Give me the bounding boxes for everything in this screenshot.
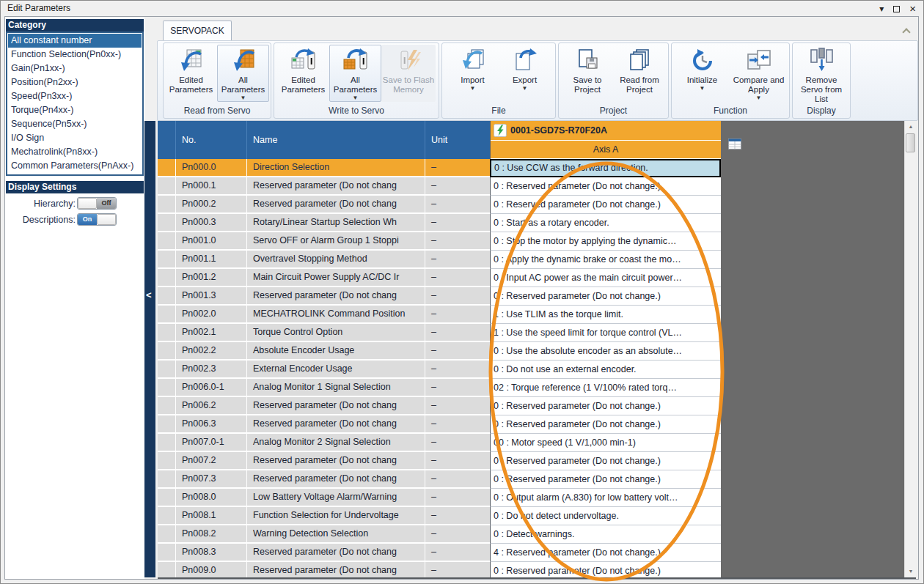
param-name-cell[interactable]: Main Circuit Power Supply AC/DC Ir xyxy=(247,269,425,287)
param-unit-cell[interactable]: – xyxy=(425,562,490,577)
hierarchy-toggle[interactable]: Off xyxy=(77,197,117,210)
param-no-cell[interactable]: Pn002.3 xyxy=(176,361,247,379)
param-value-cell[interactable]: 4 : Reserved parameter (Do not change.) xyxy=(490,544,721,562)
row-indicator-cell[interactable] xyxy=(158,324,176,342)
param-name-cell[interactable]: Overtravel Stopping Method xyxy=(247,251,425,269)
param-unit-cell[interactable]: – xyxy=(425,159,490,177)
category-item-common-parameters[interactable]: Common Parameters(PnAxx-) xyxy=(8,159,142,173)
param-value-cell[interactable]: 0 : Reserved parameter (Do not change.) xyxy=(490,470,721,489)
row-indicator-cell[interactable] xyxy=(158,379,176,397)
category-item-mechatrolink[interactable]: Mechatrolink(Pn8xx-) xyxy=(8,145,142,159)
param-name-cell[interactable]: MECHATROLINK Command Position xyxy=(247,306,425,324)
param-name-cell[interactable]: Reserved parameter (Do not chang xyxy=(247,397,425,415)
param-no-cell[interactable]: Pn000.3 xyxy=(176,214,247,232)
row-indicator-cell[interactable] xyxy=(158,470,176,489)
row-indicator-cell[interactable] xyxy=(158,196,176,214)
param-name-cell[interactable]: Reserved parameter (Do not chang xyxy=(247,452,425,470)
compare-and-apply-button[interactable]: Compare and Apply ▼ xyxy=(730,45,787,101)
param-name-cell[interactable]: Analog Monitor 2 Signal Selection xyxy=(247,434,425,452)
row-indicator-cell[interactable] xyxy=(158,562,176,577)
param-name-cell[interactable]: Reserved parameter (Do not chang xyxy=(247,196,425,214)
table-row[interactable]: Pn007.2 Reserved parameter (Do not chang… xyxy=(158,452,721,470)
param-no-cell[interactable]: Pn000.0 xyxy=(176,159,247,177)
param-value-cell[interactable]: 0 : Reserved parameter (Do not change.) xyxy=(490,397,721,415)
param-value-cell[interactable]: 02 : Torque reference (1 V/100% rated to… xyxy=(490,379,721,397)
table-row[interactable]: Pn001.2 Main Circuit Power Supply AC/DC … xyxy=(158,269,721,287)
param-value-cell[interactable]: 0 : Reserved parameter (Do not change.) xyxy=(490,287,721,306)
param-name-cell[interactable]: Reserved parameter (Do not chang xyxy=(247,544,425,562)
table-row[interactable]: Pn006.3 Reserved parameter (Do not chang… xyxy=(158,415,721,434)
table-row[interactable]: Pn006.0-1 Analog Monitor 1 Signal Select… xyxy=(158,379,721,397)
param-no-cell[interactable]: Pn002.0 xyxy=(176,306,247,324)
param-unit-cell[interactable]: – xyxy=(425,507,490,525)
param-unit-cell[interactable]: – xyxy=(425,489,490,507)
row-indicator-cell[interactable] xyxy=(158,397,176,415)
param-value-cell[interactable]: 1 : Use TLIM as the torque limit. xyxy=(490,306,721,324)
param-name-cell[interactable]: Low Battery Voltage Alarm/Warning xyxy=(247,489,425,507)
table-row[interactable]: Pn008.1 Function Selection for Undervolt… xyxy=(158,507,721,525)
vertical-scrollbar[interactable]: ▲ ▼ xyxy=(904,121,916,577)
sidebar-collapse-handle[interactable]: < xyxy=(144,121,155,577)
row-indicator-cell[interactable] xyxy=(158,287,176,306)
param-name-cell[interactable]: Rotary/Linear Startup Selection Wh xyxy=(247,214,425,232)
param-name-cell[interactable]: Function Selection for Undervoltage xyxy=(247,507,425,525)
table-row[interactable]: Pn001.0 Servo OFF or Alarm Group 1 Stopp… xyxy=(158,232,721,251)
read-edited-parameters-button[interactable]: Edited Parameters xyxy=(165,45,217,102)
row-indicator-cell[interactable] xyxy=(158,452,176,470)
table-row[interactable]: Pn009.0 Reserved parameter (Do not chang… xyxy=(158,562,721,577)
read-all-parameters-button[interactable]: All Parameters ▼ xyxy=(217,45,269,102)
param-value-cell[interactable]: 0 : Detect warnings. xyxy=(490,525,721,544)
row-indicator-cell[interactable] xyxy=(158,214,176,232)
param-unit-cell[interactable]: – xyxy=(425,415,490,434)
row-indicator-cell[interactable] xyxy=(158,177,176,196)
row-indicator-cell[interactable] xyxy=(158,507,176,525)
row-indicator-cell[interactable] xyxy=(158,159,176,177)
param-unit-cell[interactable]: – xyxy=(425,452,490,470)
save-to-project-button[interactable]: Save to Project xyxy=(562,45,614,95)
param-no-cell[interactable]: Pn001.1 xyxy=(176,251,247,269)
category-item-all-constant-number[interactable]: All constant number xyxy=(8,34,142,48)
row-indicator-cell[interactable] xyxy=(158,306,176,324)
write-edited-parameters-button[interactable]: Edited Parameters xyxy=(277,45,329,102)
param-value-cell[interactable]: 0 : Input AC power as the main circuit p… xyxy=(490,269,721,287)
param-no-cell[interactable]: Pn009.0 xyxy=(176,562,247,577)
param-name-cell[interactable]: Reserved parameter (Do not chang xyxy=(247,562,425,577)
param-name-cell[interactable]: Reserved parameter (Do not chang xyxy=(247,470,425,489)
row-indicator-cell[interactable] xyxy=(158,415,176,434)
export-button[interactable]: Export ▼ xyxy=(499,45,551,92)
table-row[interactable]: Pn002.0 MECHATROLINK Command Position – … xyxy=(158,306,721,324)
servo-column-header[interactable]: 0001-SGD7S-R70F20A Axis A xyxy=(490,121,721,159)
row-indicator-cell[interactable] xyxy=(158,251,176,269)
param-no-cell[interactable]: Pn008.1 xyxy=(176,507,247,525)
param-no-cell[interactable]: Pn006.3 xyxy=(176,415,247,434)
table-row[interactable]: Pn007.0-1 Analog Monitor 2 Signal Select… xyxy=(158,434,721,452)
param-value-cell[interactable]: 0 : Do not detect undervoltage. xyxy=(490,507,721,525)
table-row[interactable]: Pn001.3 Reserved parameter (Do not chang… xyxy=(158,287,721,306)
param-unit-cell[interactable]: – xyxy=(425,324,490,342)
param-no-cell[interactable]: Pn008.0 xyxy=(176,489,247,507)
param-name-cell[interactable]: Analog Monitor 1 Signal Selection xyxy=(247,379,425,397)
param-no-cell[interactable]: Pn002.1 xyxy=(176,324,247,342)
scroll-up-icon[interactable]: ▲ xyxy=(905,121,917,133)
table-row[interactable]: Pn006.2 Reserved parameter (Do not chang… xyxy=(158,397,721,415)
param-unit-cell[interactable]: – xyxy=(425,214,490,232)
row-indicator-cell[interactable] xyxy=(158,342,176,361)
param-no-cell[interactable]: Pn006.0-1 xyxy=(176,379,247,397)
param-name-cell[interactable]: Servo OFF or Alarm Group 1 Stoppi xyxy=(247,232,425,251)
param-no-cell[interactable]: Pn008.2 xyxy=(176,525,247,544)
param-value-cell[interactable]: 0 : Do not use an external encoder. xyxy=(490,361,721,379)
param-unit-cell[interactable]: – xyxy=(425,269,490,287)
param-value-cell[interactable]: 0 : Output alarm (A.830) for low battery… xyxy=(490,489,721,507)
param-value-cell[interactable]: 0 : Reserved parameter (Do not change.) xyxy=(490,177,721,196)
scrollbar-thumb[interactable] xyxy=(906,133,915,152)
table-row[interactable]: Pn008.0 Low Battery Voltage Alarm/Warnin… xyxy=(158,489,721,507)
param-no-cell[interactable]: Pn007.0-1 xyxy=(176,434,247,452)
row-indicator-cell[interactable] xyxy=(158,525,176,544)
table-row[interactable]: Pn007.3 Reserved parameter (Do not chang… xyxy=(158,470,721,489)
row-indicator-cell[interactable] xyxy=(158,489,176,507)
param-name-cell[interactable]: Torque Control Option xyxy=(247,324,425,342)
param-value-cell[interactable]: 0 : Reserved parameter (Do not change.) xyxy=(490,452,721,470)
table-row[interactable]: Pn008.3 Reserved parameter (Do not chang… xyxy=(158,544,721,562)
param-name-cell[interactable]: Reserved parameter (Do not chang xyxy=(247,415,425,434)
param-unit-cell[interactable]: – xyxy=(425,397,490,415)
